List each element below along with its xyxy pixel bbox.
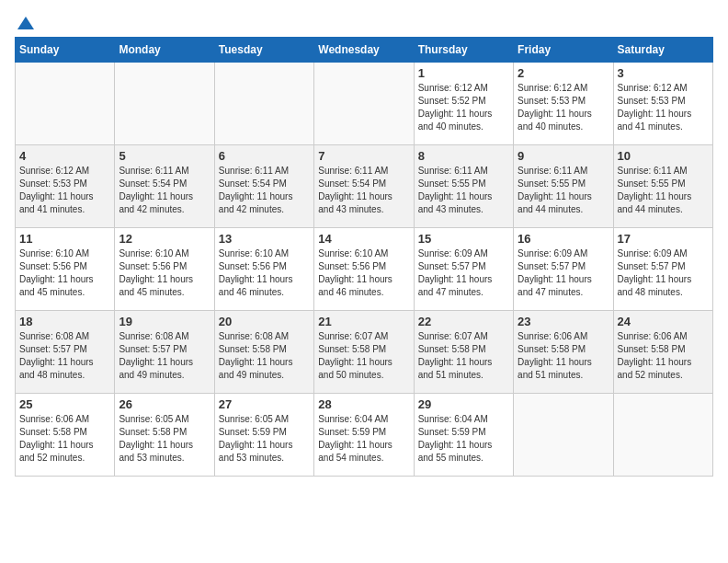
calendar-header-row: SundayMondayTuesdayWednesdayThursdayFrid… [16,38,713,63]
day-number: 21 [318,315,409,328]
day-number: 25 [19,397,110,411]
day-number: 3 [618,66,709,80]
day-number: 18 [19,315,110,328]
day-number: 20 [219,315,310,328]
day-info: Sunrise: 6:10 AM Sunset: 5:56 PM Dayligh… [119,247,210,299]
day-info: Sunrise: 6:11 AM Sunset: 5:54 PM Dayligh… [219,165,310,216]
day-number: 17 [618,232,709,246]
calendar-cell [214,63,313,145]
day-number: 14 [318,232,409,246]
day-number: 8 [418,149,509,163]
calendar-cell: 6Sunrise: 6:11 AM Sunset: 5:54 PM Daylig… [214,145,313,228]
calendar-cell: 21Sunrise: 6:07 AM Sunset: 5:58 PM Dayli… [314,311,414,394]
calendar-cell: 22Sunrise: 6:07 AM Sunset: 5:58 PM Dayli… [414,311,513,394]
day-info: Sunrise: 6:08 AM Sunset: 5:57 PM Dayligh… [19,330,110,382]
calendar-cell: 8Sunrise: 6:11 AM Sunset: 5:55 PM Daylig… [414,145,513,228]
col-header-thursday: Thursday [414,38,513,63]
day-number: 19 [119,315,210,328]
calendar-week-row: 11Sunrise: 6:10 AM Sunset: 5:56 PM Dayli… [16,228,713,311]
calendar-cell: 12Sunrise: 6:10 AM Sunset: 5:56 PM Dayli… [115,228,214,311]
calendar-cell: 4Sunrise: 6:12 AM Sunset: 5:53 PM Daylig… [16,145,115,228]
day-number: 6 [219,149,310,163]
day-number: 12 [119,232,210,246]
day-number: 27 [219,397,310,411]
calendar-cell: 9Sunrise: 6:11 AM Sunset: 5:55 PM Daylig… [514,145,613,228]
calendar-cell: 3Sunrise: 6:12 AM Sunset: 5:53 PM Daylig… [613,63,712,145]
day-number: 4 [19,149,110,163]
day-info: Sunrise: 6:12 AM Sunset: 5:53 PM Dayligh… [618,82,709,133]
calendar-week-row: 4Sunrise: 6:12 AM Sunset: 5:53 PM Daylig… [16,145,713,228]
calendar-cell: 17Sunrise: 6:09 AM Sunset: 5:57 PM Dayli… [613,228,712,311]
day-number: 26 [119,397,210,411]
calendar-cell: 5Sunrise: 6:11 AM Sunset: 5:54 PM Daylig… [115,145,214,228]
calendar-cell [314,63,414,145]
calendar-cell: 25Sunrise: 6:06 AM Sunset: 5:58 PM Dayli… [16,394,115,477]
day-number: 24 [618,315,709,328]
day-info: Sunrise: 6:05 AM Sunset: 5:58 PM Dayligh… [119,413,210,465]
day-info: Sunrise: 6:11 AM Sunset: 5:55 PM Dayligh… [518,165,609,216]
day-info: Sunrise: 6:10 AM Sunset: 5:56 PM Dayligh… [318,247,409,299]
day-info: Sunrise: 6:06 AM Sunset: 5:58 PM Dayligh… [518,330,609,382]
calendar-cell: 29Sunrise: 6:04 AM Sunset: 5:59 PM Dayli… [414,394,513,477]
day-info: Sunrise: 6:06 AM Sunset: 5:58 PM Dayligh… [19,413,110,465]
calendar-cell: 28Sunrise: 6:04 AM Sunset: 5:59 PM Dayli… [314,394,414,477]
day-info: Sunrise: 6:07 AM Sunset: 5:58 PM Dayligh… [418,330,509,382]
day-info: Sunrise: 6:06 AM Sunset: 5:58 PM Dayligh… [618,330,709,382]
calendar-cell: 10Sunrise: 6:11 AM Sunset: 5:55 PM Dayli… [613,145,712,228]
header [15,15,713,29]
day-info: Sunrise: 6:09 AM Sunset: 5:57 PM Dayligh… [618,247,709,299]
day-number: 16 [518,232,609,246]
day-number: 9 [518,149,609,163]
day-info: Sunrise: 6:10 AM Sunset: 5:56 PM Dayligh… [219,247,310,299]
logo-triangle-icon [17,17,34,29]
day-number: 1 [418,66,509,80]
col-header-wednesday: Wednesday [314,38,414,63]
day-number: 29 [418,397,509,411]
day-info: Sunrise: 6:08 AM Sunset: 5:57 PM Dayligh… [119,330,210,382]
day-info: Sunrise: 6:04 AM Sunset: 5:59 PM Dayligh… [418,413,509,465]
day-number: 5 [119,149,210,163]
day-number: 15 [418,232,509,246]
calendar-cell: 2Sunrise: 6:12 AM Sunset: 5:53 PM Daylig… [514,63,613,145]
day-number: 7 [318,149,409,163]
calendar-week-row: 1Sunrise: 6:12 AM Sunset: 5:52 PM Daylig… [16,63,713,145]
day-info: Sunrise: 6:04 AM Sunset: 5:59 PM Dayligh… [318,413,409,465]
day-info: Sunrise: 6:09 AM Sunset: 5:57 PM Dayligh… [518,247,609,299]
calendar-cell: 26Sunrise: 6:05 AM Sunset: 5:58 PM Dayli… [115,394,214,477]
calendar-cell: 19Sunrise: 6:08 AM Sunset: 5:57 PM Dayli… [115,311,214,394]
calendar-cell [16,63,115,145]
calendar-cell [613,394,712,477]
col-header-saturday: Saturday [613,38,712,63]
calendar-cell: 7Sunrise: 6:11 AM Sunset: 5:54 PM Daylig… [314,145,414,228]
day-info: Sunrise: 6:09 AM Sunset: 5:57 PM Dayligh… [418,247,509,299]
calendar-cell [115,63,214,145]
calendar-cell: 14Sunrise: 6:10 AM Sunset: 5:56 PM Dayli… [314,228,414,311]
day-number: 11 [19,232,110,246]
day-number: 2 [518,66,609,80]
day-info: Sunrise: 6:11 AM Sunset: 5:55 PM Dayligh… [418,165,509,216]
day-info: Sunrise: 6:07 AM Sunset: 5:58 PM Dayligh… [318,330,409,382]
calendar-cell: 13Sunrise: 6:10 AM Sunset: 5:56 PM Dayli… [214,228,313,311]
day-number: 10 [618,149,709,163]
logo [15,15,34,29]
day-info: Sunrise: 6:05 AM Sunset: 5:59 PM Dayligh… [219,413,310,465]
day-number: 23 [518,315,609,328]
day-info: Sunrise: 6:11 AM Sunset: 5:54 PM Dayligh… [318,165,409,216]
day-info: Sunrise: 6:12 AM Sunset: 5:53 PM Dayligh… [19,165,110,216]
calendar-cell [514,394,613,477]
day-number: 22 [418,315,509,328]
day-info: Sunrise: 6:12 AM Sunset: 5:52 PM Dayligh… [418,82,509,133]
day-info: Sunrise: 6:11 AM Sunset: 5:54 PM Dayligh… [119,165,210,216]
col-header-tuesday: Tuesday [214,38,313,63]
calendar-cell: 27Sunrise: 6:05 AM Sunset: 5:59 PM Dayli… [214,394,313,477]
calendar-cell: 16Sunrise: 6:09 AM Sunset: 5:57 PM Dayli… [514,228,613,311]
day-info: Sunrise: 6:10 AM Sunset: 5:56 PM Dayligh… [19,247,110,299]
day-info: Sunrise: 6:12 AM Sunset: 5:53 PM Dayligh… [518,82,609,133]
calendar-cell: 20Sunrise: 6:08 AM Sunset: 5:58 PM Dayli… [214,311,313,394]
calendar-week-row: 18Sunrise: 6:08 AM Sunset: 5:57 PM Dayli… [16,311,713,394]
day-info: Sunrise: 6:11 AM Sunset: 5:55 PM Dayligh… [618,165,709,216]
day-number: 13 [219,232,310,246]
day-info: Sunrise: 6:08 AM Sunset: 5:58 PM Dayligh… [219,330,310,382]
calendar-cell: 1Sunrise: 6:12 AM Sunset: 5:52 PM Daylig… [414,63,513,145]
col-header-monday: Monday [115,38,214,63]
